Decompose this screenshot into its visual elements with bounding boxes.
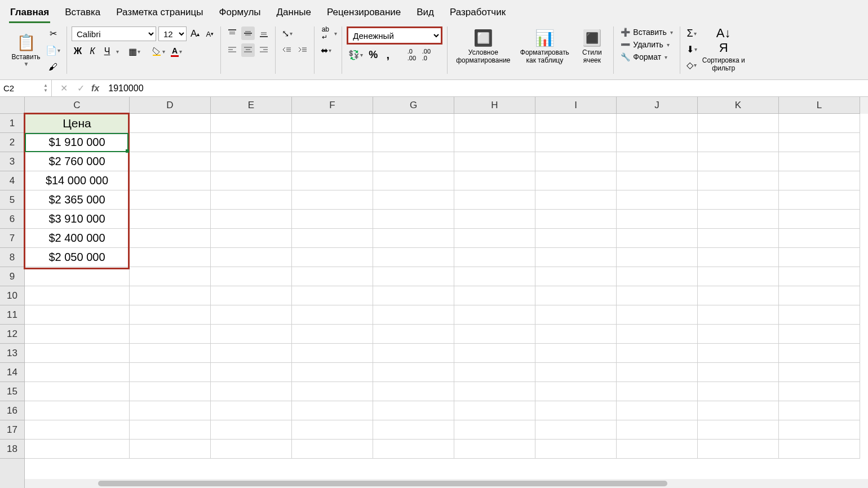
cell-F18[interactable] xyxy=(292,440,373,459)
cell-J17[interactable] xyxy=(617,420,698,440)
decrease-indent-button[interactable] xyxy=(280,43,294,57)
cell-D16[interactable] xyxy=(130,401,211,420)
cell-K2[interactable] xyxy=(698,133,779,152)
cell-G7[interactable] xyxy=(373,229,454,248)
cell-I18[interactable] xyxy=(535,440,617,459)
cell-H2[interactable] xyxy=(454,133,535,152)
cell-E7[interactable] xyxy=(211,229,292,248)
align-top-button[interactable] xyxy=(225,26,239,40)
cell-G4[interactable] xyxy=(373,171,454,190)
number-format-select[interactable]: Денежный xyxy=(347,26,442,45)
cell-G5[interactable] xyxy=(373,190,454,210)
cell-H18[interactable] xyxy=(454,440,535,459)
column-header-D[interactable]: D xyxy=(130,97,211,113)
cell-G13[interactable] xyxy=(373,344,454,363)
cell-E2[interactable] xyxy=(211,133,292,152)
cell-C12[interactable] xyxy=(25,325,130,344)
cell-I6[interactable] xyxy=(535,210,617,229)
row-header-2[interactable]: 2 xyxy=(0,133,24,152)
tab-формулы[interactable]: Формулы xyxy=(218,3,262,23)
row-header-14[interactable]: 14 xyxy=(0,363,24,382)
name-box[interactable]: C2 ▲▼ xyxy=(0,80,52,97)
cell-K16[interactable] xyxy=(698,401,779,420)
cell-J5[interactable] xyxy=(617,190,698,210)
cell-E14[interactable] xyxy=(211,363,292,382)
cell-H17[interactable] xyxy=(454,420,535,440)
cell-L14[interactable] xyxy=(779,363,860,382)
cell-F3[interactable] xyxy=(292,152,373,171)
cell-J15[interactable] xyxy=(617,382,698,401)
cell-K4[interactable] xyxy=(698,171,779,190)
insert-cells-button[interactable]: ➕Вставить▾ xyxy=(618,26,675,38)
cell-H5[interactable] xyxy=(454,190,535,210)
cell-H1[interactable] xyxy=(454,114,535,133)
tab-рецензирование[interactable]: Рецензирование xyxy=(326,3,402,23)
cell-L7[interactable] xyxy=(779,229,860,248)
cell-F5[interactable] xyxy=(292,190,373,210)
cell-H7[interactable] xyxy=(454,229,535,248)
cell-H11[interactable] xyxy=(454,305,535,325)
cell-C5[interactable]: $2 365 000 xyxy=(25,190,130,210)
font-size-select[interactable]: 12 xyxy=(158,26,187,41)
cell-E17[interactable] xyxy=(211,420,292,440)
cell-E1[interactable] xyxy=(211,114,292,133)
cell-H12[interactable] xyxy=(454,325,535,344)
cell-K5[interactable] xyxy=(698,190,779,210)
cell-G16[interactable] xyxy=(373,401,454,420)
cell-L16[interactable] xyxy=(779,401,860,420)
cell-J8[interactable] xyxy=(617,248,698,267)
cell-G3[interactable] xyxy=(373,152,454,171)
cell-L2[interactable] xyxy=(779,133,860,152)
cell-F11[interactable] xyxy=(292,305,373,325)
cell-K15[interactable] xyxy=(698,382,779,401)
italic-button[interactable]: К xyxy=(86,45,99,58)
font-name-select[interactable]: Calibri xyxy=(72,26,156,41)
cell-D17[interactable] xyxy=(130,420,211,440)
cell-D5[interactable] xyxy=(130,190,211,210)
percent-button[interactable]: % xyxy=(367,48,379,61)
cell-D1[interactable] xyxy=(130,114,211,133)
cell-I1[interactable] xyxy=(535,114,617,133)
cell-L11[interactable] xyxy=(779,305,860,325)
cell-E11[interactable] xyxy=(211,305,292,325)
horizontal-scrollbar[interactable] xyxy=(25,479,868,488)
cell-G8[interactable] xyxy=(373,248,454,267)
cell-J1[interactable] xyxy=(617,114,698,133)
cell-F12[interactable] xyxy=(292,325,373,344)
cell-D3[interactable] xyxy=(130,152,211,171)
cell-H3[interactable] xyxy=(454,152,535,171)
column-header-G[interactable]: G xyxy=(373,97,454,113)
cell-C8[interactable]: $2 050 000 xyxy=(25,248,130,267)
increase-decimal-button[interactable]: .0.00 xyxy=(405,48,418,61)
cell-F2[interactable] xyxy=(292,133,373,152)
column-header-F[interactable]: F xyxy=(292,97,373,113)
cell-L15[interactable] xyxy=(779,382,860,401)
tab-главная[interactable]: Главная xyxy=(9,3,50,23)
align-bottom-button[interactable] xyxy=(257,26,271,40)
cut-button[interactable]: ✂ xyxy=(44,26,62,40)
cell-K8[interactable] xyxy=(698,248,779,267)
cell-H16[interactable] xyxy=(454,401,535,420)
cell-C1[interactable]: Цена xyxy=(25,114,130,133)
cell-D10[interactable] xyxy=(130,286,211,305)
cell-C3[interactable]: $2 760 000 xyxy=(25,152,130,171)
cell-K14[interactable] xyxy=(698,363,779,382)
row-header-6[interactable]: 6 xyxy=(0,210,24,229)
cell-D12[interactable] xyxy=(130,325,211,344)
format-painter-button[interactable]: 🖌 xyxy=(44,60,62,74)
cell-K6[interactable] xyxy=(698,210,779,229)
row-header-5[interactable]: 5 xyxy=(0,190,24,210)
cell-E18[interactable] xyxy=(211,440,292,459)
cell-K17[interactable] xyxy=(698,420,779,440)
row-header-3[interactable]: 3 xyxy=(0,152,24,171)
cell-I17[interactable] xyxy=(535,420,617,440)
cell-C17[interactable] xyxy=(25,420,130,440)
tab-данные[interactable]: Данные xyxy=(276,3,312,23)
row-header-1[interactable]: 1 xyxy=(0,114,24,133)
cell-I8[interactable] xyxy=(535,248,617,267)
cell-C4[interactable]: $14 000 000 xyxy=(25,171,130,190)
cell-F13[interactable] xyxy=(292,344,373,363)
increase-indent-button[interactable] xyxy=(296,43,309,57)
cell-styles-button[interactable]: 🔳 Стили ячеек xyxy=(575,26,609,66)
cell-H8[interactable] xyxy=(454,248,535,267)
